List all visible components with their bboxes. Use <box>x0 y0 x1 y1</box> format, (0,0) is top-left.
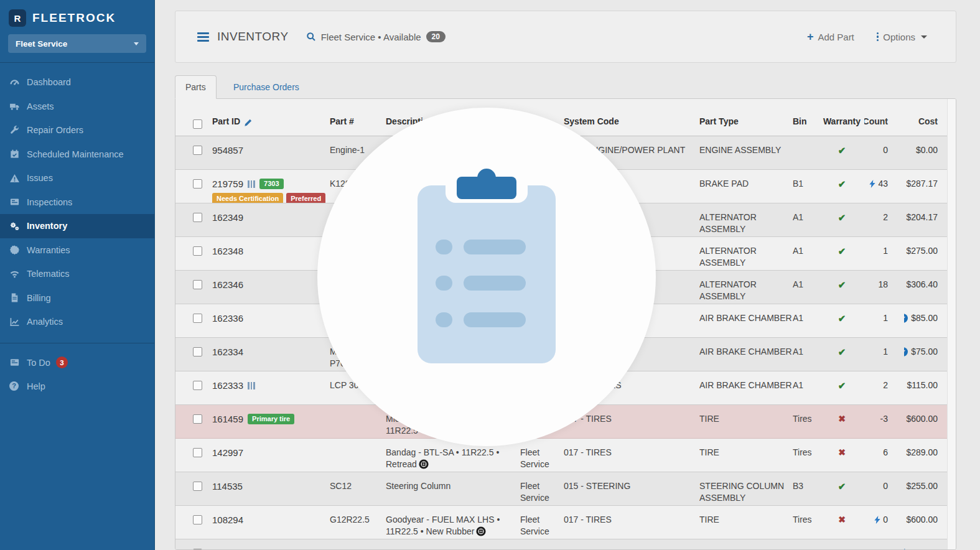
cell-warranty: ✖ <box>819 506 864 539</box>
menu-icon[interactable] <box>197 30 209 44</box>
cell-part-type: IGNITION TIMING <box>699 539 793 550</box>
cell-warranty: ✔ <box>819 539 864 550</box>
table-scrollbar[interactable] <box>947 99 956 549</box>
row-checkbox[interactable] <box>193 414 202 424</box>
table-row[interactable]: 114535 SC12 Steering Column Fleet Servic… <box>175 472 948 506</box>
cost-value: $85.00 <box>911 312 938 337</box>
col-system-code[interactable]: System Code <box>564 116 699 136</box>
sidebar-item-issues[interactable]: Issues <box>0 166 154 190</box>
cell-warranty: ✔ <box>819 371 864 404</box>
cell-part-id: 954857 <box>208 136 330 169</box>
row-checkbox[interactable] <box>193 280 202 289</box>
page-title: INVENTORY <box>217 30 289 44</box>
truck-icon <box>9 101 20 111</box>
verified-cost-icon: ✔ <box>904 347 908 357</box>
row-checkbox[interactable] <box>193 146 202 155</box>
col-warranty[interactable]: Warranty <box>819 116 864 136</box>
cost-value: $600.00 <box>906 514 938 539</box>
sidebar-item-analytics[interactable]: Analytics <box>0 310 154 334</box>
cell-count: 107 <box>864 539 904 550</box>
clipboard-clip-icon <box>457 177 516 199</box>
sidebar-item-help[interactable]: ? Help <box>0 375 154 399</box>
sidebar-item-scheduled-maintenance[interactable]: Scheduled Maintenance <box>0 142 154 167</box>
search-icon <box>306 32 316 42</box>
col-part-num[interactable]: Part # <box>330 116 386 136</box>
sidebar-item-inventory[interactable]: Inventory <box>0 214 154 238</box>
cell-count: 1 <box>864 304 904 337</box>
row-checkbox[interactable] <box>193 179 202 189</box>
part-id: 114535 <box>212 480 243 492</box>
tab-parts[interactable]: Parts <box>175 75 217 99</box>
row-checkbox[interactable] <box>193 246 202 256</box>
cell-count: 18 <box>864 271 904 304</box>
options-button[interactable]: Options <box>877 32 927 42</box>
cell-part-type: TIRE <box>699 506 793 539</box>
sidebar-item-assets[interactable]: Assets <box>0 95 154 119</box>
warranty-check-icon: ✔ <box>838 212 846 223</box>
table-row[interactable]: 102703 123-b Belt Fleet Service 045 - EN… <box>175 539 948 550</box>
sidebar-item-warranties[interactable]: Warranties <box>0 238 154 263</box>
warranty-check-icon: ✔ <box>838 179 846 189</box>
cell-part-type: ALTERNATOR ASSEMBLY <box>699 203 793 236</box>
part-id: 162336 <box>212 312 243 324</box>
inventory-filter-button[interactable]: Fleet Service • Available 20 <box>306 31 446 42</box>
cost-value: $115.00 <box>907 380 938 404</box>
warranty-check-icon: ✔ <box>838 481 846 492</box>
row-checkbox[interactable] <box>193 347 202 357</box>
count-value: 107 <box>874 548 888 550</box>
sidebar-item-dashboard[interactable]: Dashboard <box>0 70 154 95</box>
row-checkbox[interactable] <box>193 448 202 457</box>
col-cost[interactable]: Cost <box>904 116 948 136</box>
cell-count: 0 <box>864 472 904 505</box>
cell-warranty: ✔ <box>819 170 864 203</box>
part-id: 142997 <box>212 447 243 459</box>
edit-icon[interactable] <box>244 118 253 127</box>
count-value: 1 <box>883 312 888 337</box>
count-value: 0 <box>883 480 888 505</box>
sidebar-item-inspections[interactable]: Inspections <box>0 190 154 215</box>
cell-part-type: STEERING COLUMN ASSEMBLY <box>699 472 793 505</box>
part-id: 162333 <box>212 380 243 391</box>
cell-bin <box>793 136 819 169</box>
warranty-check-icon: ✔ <box>838 347 846 357</box>
row-checkbox[interactable] <box>193 381 202 390</box>
col-part-type[interactable]: Part Type <box>699 116 793 136</box>
cell-warranty: ✔ <box>819 136 864 169</box>
tire-icon <box>476 526 486 539</box>
cell-count: 43 <box>864 170 904 203</box>
brand: R FLEETROCK <box>0 0 154 32</box>
part-id-badge: 7303 <box>259 179 283 190</box>
part-badge: Needs Certification <box>212 193 283 203</box>
sidebar-footer-nav: To Do 3 ? Help <box>0 351 154 399</box>
col-part-id[interactable]: Part ID <box>208 116 330 136</box>
col-bin[interactable]: Bin <box>793 116 819 136</box>
cell-cost: $0.00 <box>904 136 948 169</box>
table-row[interactable]: 142997 Bandag - BTL-SA • 11R22.5 • Retre… <box>175 439 948 472</box>
cell-bin: A1 <box>793 203 819 236</box>
workspace-selector[interactable]: Fleet Service <box>8 34 146 53</box>
chart-icon <box>9 317 20 327</box>
loading-overlay-circle <box>317 108 656 446</box>
col-count[interactable]: Count <box>864 116 904 136</box>
cell-count: 0 <box>864 506 904 539</box>
tab-purchase-orders[interactable]: Purchase Orders <box>225 75 308 99</box>
cell-system-code: 017 - TIRES <box>564 439 699 472</box>
cell-cost: $289.00 <box>904 439 948 472</box>
cell-location: Fleet Service <box>520 506 564 539</box>
cost-value: $84.00 <box>911 548 938 550</box>
row-checkbox[interactable] <box>193 213 202 222</box>
row-checkbox[interactable] <box>193 515 202 524</box>
cell-part-num <box>330 405 386 438</box>
row-checkbox[interactable] <box>193 482 202 491</box>
select-all-checkbox[interactable] <box>193 119 202 129</box>
table-row[interactable]: 108294 G12R22.5 Goodyear - FUEL MAX LHS … <box>175 506 948 539</box>
cell-bin: B2 <box>793 539 819 550</box>
cost-value: $306.40 <box>906 279 938 304</box>
row-checkbox[interactable] <box>193 314 202 323</box>
cell-part-type: BRAKE PAD <box>699 170 793 203</box>
sidebar-item-repair-orders[interactable]: Repair Orders <box>0 118 154 142</box>
sidebar-item-billing[interactable]: Billing <box>0 286 154 310</box>
add-part-button[interactable]: + Add Part <box>807 31 854 42</box>
sidebar-item-telematics[interactable]: Telematics <box>0 262 154 286</box>
sidebar-item-to-do[interactable]: To Do 3 <box>0 351 154 375</box>
